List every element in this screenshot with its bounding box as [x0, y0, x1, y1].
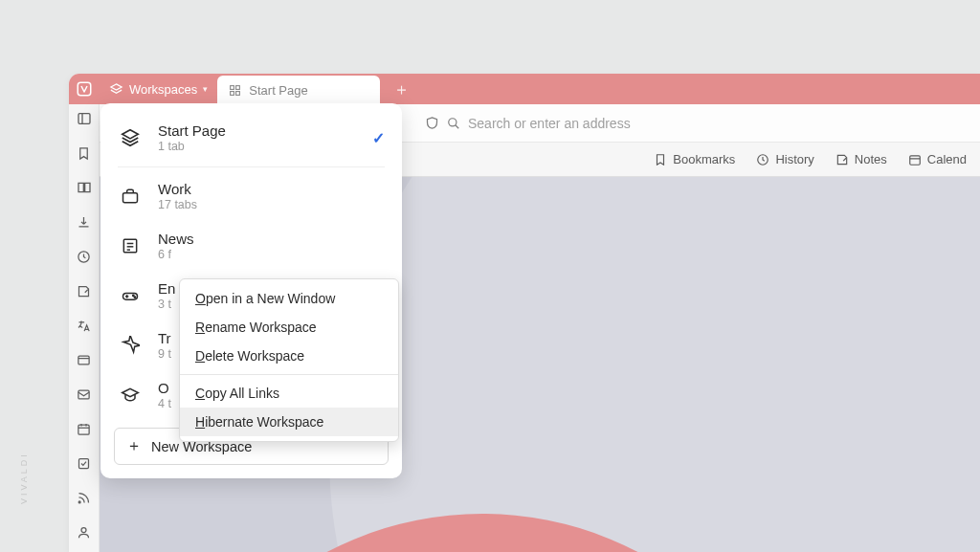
active-tab[interactable]: Start Page [217, 76, 380, 104]
bookmark-bar-label: Bookmarks [673, 152, 735, 166]
workspace-context-menu: Open in a New Window Rename Workspace De… [179, 278, 399, 442]
briefcase-icon [118, 184, 143, 209]
layers-icon [109, 82, 123, 97]
svg-rect-4 [231, 91, 234, 95]
vivaldi-logo-icon[interactable] [69, 74, 100, 104]
bookmark-bar-label: Calend [927, 152, 967, 166]
bookmarks-panel-icon[interactable] [76, 144, 93, 162]
bookmark-bar-history[interactable]: History [756, 152, 813, 166]
calendar-panel-icon[interactable] [76, 420, 93, 437]
speeddial-icon [229, 84, 241, 97]
address-bar[interactable]: Search or enter an address [425, 116, 972, 131]
svg-point-33 [133, 295, 134, 296]
ctx-hibernate-workspace[interactable]: Hibernate Workspace [180, 408, 398, 436]
reading-list-icon[interactable] [76, 179, 93, 196]
svg-point-17 [78, 500, 80, 502]
bookmark-bar-label: History [775, 152, 813, 166]
workspace-title: Work [158, 181, 385, 197]
tab-bar: Workspaces ▾ Start Page ＋ [69, 74, 980, 104]
plus-icon: ＋ [126, 436, 142, 456]
svg-rect-25 [123, 193, 138, 203]
bookmark-bar-notes[interactable]: Notes [835, 152, 887, 166]
background-shape [329, 177, 980, 552]
svg-marker-1 [111, 83, 122, 89]
svg-rect-16 [79, 458, 89, 468]
check-icon: ✓ [372, 129, 385, 147]
svg-point-18 [81, 527, 86, 532]
ctx-open-new-window[interactable]: Open in a New Window [180, 284, 398, 313]
workspace-item-news[interactable]: News6 f [100, 221, 402, 271]
chevron-down-icon: ▾ [203, 84, 208, 94]
mail-panel-icon[interactable] [76, 386, 93, 403]
window-panel-icon[interactable] [76, 351, 93, 368]
svg-rect-2 [231, 85, 234, 89]
bookmark-bar-label: Notes [855, 152, 887, 166]
address-placeholder: Search or enter an address [468, 116, 631, 131]
svg-rect-11 [78, 390, 89, 399]
feeds-panel-icon[interactable] [76, 489, 93, 506]
watermark-text: VIVALDI [19, 452, 29, 504]
contacts-panel-icon[interactable] [76, 523, 93, 541]
translate-panel-icon[interactable] [76, 317, 93, 334]
workspace-subtitle: 17 tabs [158, 198, 385, 211]
history-panel-icon[interactable] [76, 248, 93, 265]
workspace-item-startpage[interactable]: Start Page1 tab ✓ [100, 113, 402, 163]
svg-rect-22 [910, 155, 921, 164]
shield-icon[interactable] [425, 116, 439, 130]
tab-label: Start Page [249, 83, 307, 98]
divider [180, 374, 398, 375]
workspaces-button[interactable]: Workspaces ▾ [100, 74, 217, 104]
svg-rect-3 [236, 85, 240, 89]
plane-icon [118, 333, 143, 358]
search-icon[interactable] [447, 117, 460, 130]
svg-point-34 [134, 297, 135, 298]
svg-rect-12 [78, 425, 89, 434]
workspace-item-work[interactable]: Work17 tabs [100, 171, 402, 221]
bookmark-bar-bookmarks[interactable]: Bookmarks [654, 152, 735, 166]
svg-rect-0 [78, 82, 91, 96]
education-icon [118, 383, 143, 408]
svg-point-19 [449, 118, 457, 125]
svg-rect-5 [236, 91, 240, 95]
ctx-copy-all-links[interactable]: Copy All Links [180, 379, 398, 408]
svg-rect-9 [78, 356, 89, 364]
svg-marker-24 [122, 130, 139, 139]
new-tab-button[interactable]: ＋ [380, 78, 423, 100]
downloads-panel-icon[interactable] [76, 213, 93, 231]
workspace-title: News [158, 231, 385, 247]
workspaces-label: Workspaces [129, 82, 197, 97]
gamepad-icon [118, 283, 143, 308]
workspace-title: Start Page [158, 122, 357, 139]
workspace-subtitle: 1 tab [158, 140, 357, 153]
svg-rect-6 [78, 114, 90, 124]
ctx-rename-workspace[interactable]: Rename Workspace [180, 313, 398, 342]
tasks-panel-icon[interactable] [76, 454, 93, 472]
news-icon [118, 233, 143, 258]
panel-toggle-icon[interactable] [76, 110, 93, 127]
bookmark-bar-calendar[interactable]: Calend [908, 152, 967, 166]
ctx-delete-workspace[interactable]: Delete Workspace [180, 342, 398, 370]
side-panel-strip [69, 104, 100, 552]
divider [118, 166, 385, 167]
notes-panel-icon[interactable] [76, 282, 93, 299]
svg-line-20 [456, 124, 459, 128]
stack-icon [118, 125, 143, 150]
workspace-subtitle: 6 f [158, 248, 385, 261]
